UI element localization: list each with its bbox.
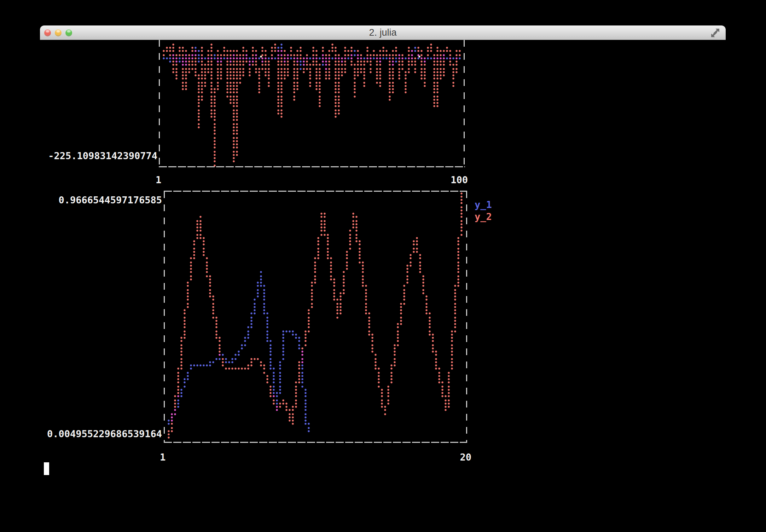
- legend-item-y2: y_2: [475, 211, 492, 223]
- top-chart-ymin-label: -225.10983142390774: [48, 150, 157, 162]
- bottom-chart-canvas: [165, 192, 466, 442]
- terminal-cursor: [44, 462, 49, 475]
- resize-icon[interactable]: [709, 28, 721, 38]
- window-title: 2. julia: [40, 25, 726, 40]
- bottom-chart-left-border: [164, 191, 165, 443]
- top-chart-xmax-label: 100: [451, 174, 468, 186]
- desktop: 2. julia -225.10983142390774 1 100 0.966…: [0, 0, 766, 532]
- legend-item-y1: y_1: [475, 199, 492, 211]
- top-chart-bottom-border: [159, 166, 465, 167]
- bottom-chart-bottom-border: [164, 442, 467, 443]
- bottom-chart-ymin-label: 0.004955229686539164: [47, 428, 162, 440]
- bottom-chart-right-border: [466, 191, 467, 443]
- bottom-chart-ymax-label: 0.9666544597176585: [58, 194, 162, 206]
- top-chart-right-border: [464, 40, 465, 166]
- bottom-chart-xmax-label: 20: [460, 451, 471, 463]
- bottom-chart-top-border: [164, 191, 467, 192]
- top-chart-left-border: [159, 40, 160, 166]
- top-chart-canvas: [160, 40, 463, 167]
- bottom-chart-xmin-label: 1: [160, 451, 166, 463]
- top-chart-xmin-label: 1: [156, 174, 161, 186]
- titlebar[interactable]: 2. julia: [40, 25, 726, 40]
